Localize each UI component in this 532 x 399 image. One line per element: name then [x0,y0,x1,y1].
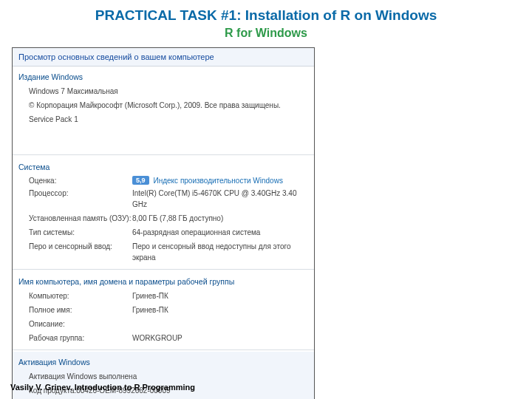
divider [13,154,314,155]
activation-section: Активация Windows Активация Windows выпо… [13,352,314,399]
rating-badge: 5,9 [132,176,149,185]
computer-title: Имя компьютера, имя домена и параметры р… [13,276,314,289]
row-label: Компьютер: [29,290,132,301]
edition-title: Издание Windows [13,71,314,84]
edition-servicepack: Service Pack 1 [29,114,78,125]
computer-row: Полное имя: Гринев-ПК [13,303,314,317]
system-info-panel: Просмотр основных сведений о вашем компь… [12,47,315,399]
slide-title: PRACTICAL TASK #1: Installation of R on … [0,7,532,24]
row-label: Тип системы: [29,227,132,238]
panel-header: Просмотр основных сведений о вашем компь… [13,48,314,66]
system-row: Тип системы: 64-разрядная операционная с… [13,225,314,239]
divider [13,269,314,270]
slide-footer: Vasily V. Grinev. Introduction to R Prog… [10,383,195,392]
computer-row: Компьютер: Гринев-ПК [13,289,314,303]
system-row: Установленная память (ОЗУ): 8,00 ГБ (7,8… [13,211,314,225]
divider [13,349,314,350]
row-value: WORKGROUP [132,332,183,344]
rating-label: Оценка: [29,177,132,185]
row-label: Перо и сенсорный ввод: [29,241,132,263]
row-label: Полное имя: [29,304,132,316]
activation-title: Активация Windows [13,356,314,369]
computer-row: Рабочая группа: WORKGROUP [13,331,314,345]
edition-section: Издание Windows Windows 7 Максимальная ©… [13,66,314,129]
system-section: Система Оценка: 5,9 Индекс производитель… [13,157,314,267]
slide-subtitle: R for Windows [0,27,532,40]
row-label: Рабочая группа: [29,332,132,344]
row-label: Установленная память (ОЗУ): [29,213,132,224]
row-value: 8,00 ГБ (7,88 ГБ доступно) [132,213,223,224]
rating-link[interactable]: Индекс производительности Windows [154,177,283,185]
row-value: Перо и сенсорный ввод недоступны для это… [132,241,308,263]
row-value: Гринев-ПК [132,290,168,301]
row-value: Гринев-ПК [132,304,168,316]
row-value: 64-разрядная операционная система [132,227,260,238]
computer-row: Описание: [13,317,314,331]
system-row: Процессор: Intel(R) Core(TM) i5-4670K CP… [13,186,314,211]
edition-name: Windows 7 Максимальная [29,86,118,97]
activation-status: Активация Windows выполнена [29,371,137,382]
row-value: Intel(R) Core(TM) i5-4670K CPU @ 3.40GHz… [132,188,308,210]
edition-copyright: © Корпорация Майкрософт (Microsoft Corp.… [29,100,281,111]
system-row: Перо и сенсорный ввод: Перо и сенсорный … [13,239,314,265]
row-label: Описание: [29,318,132,330]
system-title: Система [13,161,314,174]
row-label: Процессор: [29,188,132,210]
rating-row: Оценка: 5,9 Индекс производительности Wi… [13,174,314,186]
computer-section: Имя компьютера, имя домена и параметры р… [13,271,314,348]
